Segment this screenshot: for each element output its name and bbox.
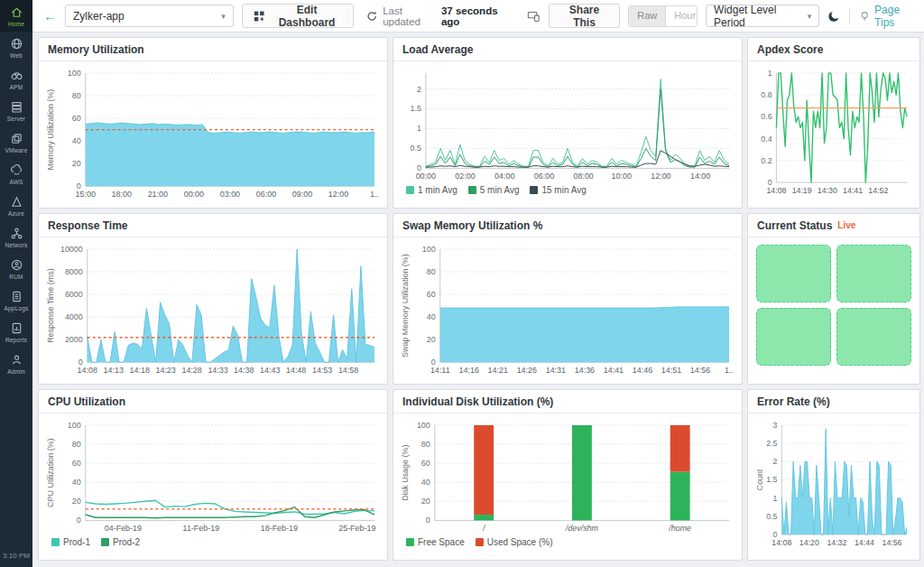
legend-item[interactable]: Prod-1 — [51, 537, 90, 547]
legend-item[interactable]: Prod-2 — [101, 537, 140, 547]
svg-text:15:00: 15:00 — [76, 190, 96, 199]
refresh-icon[interactable] — [365, 9, 378, 23]
chart-canvas: 020004000600080001000014:0814:1314:1814:… — [44, 242, 382, 378]
page-tips-link[interactable]: Page Tips — [858, 4, 918, 29]
sidebar-item-home[interactable]: Home — [0, 0, 32, 32]
svg-text:14:33: 14:33 — [208, 366, 227, 375]
svg-text:14:21: 14:21 — [488, 366, 508, 375]
widget-title-text: Swap Memory Utilization % — [402, 219, 542, 232]
svg-text:02:00: 02:00 — [455, 172, 475, 181]
swap-memory-chart: 02040608010014:1114:1614:2114:2614:3114:… — [393, 237, 742, 384]
status-monitor-tile[interactable] — [756, 308, 831, 366]
svg-text:100: 100 — [68, 69, 81, 78]
sidebar-item-apm[interactable]: APM — [0, 63, 32, 95]
svg-text:06:00: 06:00 — [534, 172, 554, 181]
svg-text:04:00: 04:00 — [494, 172, 514, 181]
cpu-utilization-chart: 02040608010004-Feb-1911-Feb-1918-Feb-192… — [39, 414, 387, 560]
share-this-button[interactable]: Share This — [549, 4, 620, 28]
svg-text:60: 60 — [72, 114, 81, 123]
sidebar-item-network[interactable]: Network — [0, 221, 32, 253]
legend-item[interactable]: Used Space (%) — [476, 537, 553, 547]
svg-text:0: 0 — [77, 516, 81, 525]
status-monitor-tile[interactable] — [836, 245, 911, 302]
edit-dashboard-button[interactable]: Edit Dashboard — [242, 4, 354, 28]
svg-text:14:58: 14:58 — [338, 366, 358, 375]
legend-item[interactable]: Free Space — [406, 537, 465, 547]
svg-text:00:00: 00:00 — [184, 190, 204, 199]
widget-period-select[interactable]: Widget Level Period ▾ — [706, 5, 819, 27]
widget-title-text: Apdex Score — [757, 43, 823, 56]
dashboard-select[interactable]: Zylker-app ▾ — [65, 5, 234, 27]
topbar-divider — [849, 9, 850, 23]
svg-text:60: 60 — [427, 290, 436, 299]
back-button[interactable]: ← — [43, 8, 57, 23]
legend-label: 5 min Avg — [480, 185, 520, 195]
legend-swatch — [406, 538, 414, 546]
svg-text:00:00: 00:00 — [416, 172, 436, 181]
status-monitor-tile[interactable] — [756, 245, 831, 302]
svg-text:Count: Count — [755, 469, 764, 490]
chevron-down-icon: ▾ — [808, 12, 812, 21]
widget-load-average: Load Average 00.511.5200:0002:0004:0006:… — [393, 37, 743, 209]
widget-apdex-score: Apdex Score 00.20.40.60.8114:0814:1914:3… — [747, 37, 920, 209]
sidebar-item-label: Reports — [5, 337, 27, 343]
legend-item[interactable]: 1 min Avg — [406, 185, 457, 195]
sidebar-item-server[interactable]: Server — [0, 95, 32, 126]
sidebar-item-label: AppLogs — [4, 305, 28, 311]
widget-title-text: Error Rate (%) — [757, 395, 830, 408]
toggle-raw[interactable]: Raw — [629, 6, 666, 26]
svg-text:21:00: 21:00 — [148, 190, 168, 199]
sidebar-item-aws[interactable]: AWS — [0, 158, 32, 190]
svg-text:12:00: 12:00 — [328, 190, 348, 199]
network-icon — [10, 227, 23, 240]
legend-label: Prod-2 — [113, 537, 140, 547]
svg-text:0: 0 — [426, 516, 430, 525]
sidebar-item-reports[interactable]: Reports — [0, 316, 32, 348]
widget-title: Memory Utilization — [39, 38, 387, 61]
sidebar-item-label: Home — [8, 21, 24, 27]
chevron-down-icon: ▾ — [221, 12, 226, 21]
load-average-chart: 00.511.5200:0002:0004:0006:0008:0010:001… — [393, 61, 742, 208]
svg-text:18-Feb-19: 18-Feb-19 — [261, 524, 298, 533]
dashboard-grid: Memory Utilization 02040608010015:0018:0… — [32, 33, 924, 567]
dark-mode-moon-icon[interactable] — [827, 9, 840, 23]
svg-text:1: 1 — [768, 69, 772, 78]
azure-icon — [10, 195, 23, 209]
svg-text:14:08: 14:08 — [78, 366, 97, 375]
svg-text:0.4: 0.4 — [761, 135, 772, 144]
status-monitor-tile[interactable] — [836, 308, 911, 366]
svg-text:20: 20 — [427, 335, 436, 344]
sidebar-item-rum[interactable]: RUM — [0, 253, 32, 284]
svg-text:04-Feb-19: 04-Feb-19 — [105, 524, 142, 533]
sidebar-item-label: Web — [10, 52, 23, 59]
legend-label: Used Space (%) — [487, 537, 553, 547]
svg-text:09:00: 09:00 — [292, 190, 312, 199]
widget-title: Apdex Score — [748, 38, 919, 61]
apdex-score-chart: 00.20.40.60.8114:0814:1914:3014:4114:52 — [748, 61, 919, 208]
svg-text:14:56: 14:56 — [882, 538, 902, 547]
legend-item[interactable]: 15 min Avg — [530, 185, 586, 195]
svg-text:14:32: 14:32 — [827, 538, 846, 547]
sidebar-item-web[interactable]: Web — [0, 32, 32, 63]
sidebar-item-applogs[interactable]: AppLogs — [0, 284, 32, 316]
toggle-hour[interactable]: Hour — [666, 6, 698, 26]
svg-text:14:31: 14:31 — [546, 366, 566, 375]
apm-icon — [10, 69, 23, 82]
svg-text:3: 3 — [773, 421, 778, 430]
svg-text:0.6: 0.6 — [761, 112, 772, 121]
sidebar-item-label: VMware — [5, 147, 27, 153]
widget-title-text: CPU Utilization — [48, 395, 125, 408]
devices-icon[interactable] — [527, 9, 540, 23]
sidebar-item-azure[interactable]: Azure — [0, 190, 32, 221]
svg-text:25-Feb-19: 25-Feb-19 — [338, 524, 375, 533]
svg-text:14:38: 14:38 — [234, 366, 254, 375]
sidebar-item-label: Server — [7, 116, 25, 122]
svg-text:2000: 2000 — [65, 335, 83, 344]
sidebar-item-admin[interactable]: Admin — [0, 348, 32, 379]
legend-item[interactable]: 5 min Avg — [468, 185, 520, 195]
aws-icon — [10, 163, 23, 177]
sidebar-item-vmware[interactable]: VMware — [0, 126, 32, 158]
raw-hour-toggle: Raw Hour — [628, 5, 698, 27]
svg-text:12:00: 12:00 — [651, 172, 670, 181]
svg-text:80: 80 — [72, 91, 81, 100]
